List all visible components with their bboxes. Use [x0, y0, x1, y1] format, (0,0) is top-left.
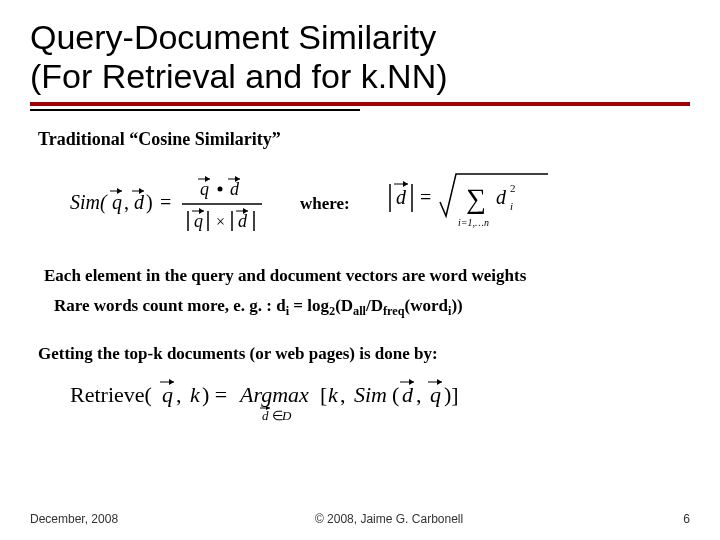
svg-text:k: k: [190, 382, 201, 407]
rule-red: [30, 102, 690, 106]
svg-text:×: ×: [216, 213, 225, 230]
line-rare-words: Rare words count more, e. g. : di = log2…: [54, 296, 690, 319]
sub-freq: freq: [383, 305, 405, 319]
title-underline: [30, 102, 690, 111]
rule-black: [30, 109, 360, 111]
svg-text:[: [: [320, 382, 327, 407]
rare-close: )): [451, 296, 462, 315]
svg-text:,: ,: [416, 382, 422, 407]
retrieve-formula-row: Retrieve( q , k ) = Argmax [ k , Sim ( d…: [70, 374, 690, 440]
slide-title: Query-Document Similarity (For Retrieval…: [30, 18, 690, 96]
norm-formula: d = ∑ i=1,…n d i 2: [384, 168, 554, 240]
svg-text:,: ,: [340, 382, 346, 407]
footer-copyright: © 2008, Jaime G. Carbonell: [118, 512, 660, 526]
svg-text:) =: ) =: [202, 382, 227, 407]
svg-text:q: q: [112, 191, 122, 214]
svg-text:i=1,…n: i=1,…n: [458, 217, 489, 228]
svg-text:d: d: [396, 186, 407, 208]
formula-row: Sim( q , d ) = q d: [70, 168, 690, 240]
svg-text:d: d: [262, 408, 269, 423]
svg-text:Retrieve(: Retrieve(: [70, 382, 152, 407]
slide-footer: December, 2008 © 2008, Jaime G. Carbonel…: [30, 512, 690, 526]
svg-text:Argmax: Argmax: [238, 382, 309, 407]
rare-prefix: Rare words count more, e. g. : d: [54, 296, 286, 315]
svg-text:)]: )]: [444, 382, 459, 407]
svg-text:q: q: [430, 382, 441, 407]
retrieve-formula: Retrieve( q , k ) = Argmax [ k , Sim ( d…: [70, 374, 490, 436]
svg-text:q: q: [162, 382, 173, 407]
svg-text:): ): [146, 191, 153, 214]
svg-text:k: k: [328, 382, 339, 407]
svg-text:q: q: [194, 211, 203, 231]
svg-text:q: q: [200, 179, 209, 199]
rare-eq: = log: [289, 296, 329, 315]
subheading-cosine: Traditional “Cosine Similarity”: [38, 129, 690, 150]
slide: Query-Document Similarity (For Retrieval…: [0, 0, 720, 540]
svg-point-14: [218, 187, 223, 192]
sim-formula: Sim( q , d ) = q d: [70, 169, 270, 239]
footer-date: December, 2008: [30, 512, 118, 526]
svg-text:(: (: [392, 382, 399, 407]
svg-text:D: D: [281, 408, 292, 423]
line-topk: Getting the top-k documents (or web page…: [38, 344, 690, 364]
svg-text:d: d: [496, 186, 507, 208]
line-elements: Each element in the query and document v…: [44, 266, 690, 286]
title-line-2: (For Retrieval and for k.NN): [30, 57, 448, 95]
title-line-1: Query-Document Similarity: [30, 18, 436, 56]
rare-slash: /D: [366, 296, 383, 315]
svg-text:Sim: Sim: [354, 382, 387, 407]
svg-text:∑: ∑: [466, 183, 486, 214]
where-label: where:: [300, 194, 360, 214]
svg-text:2: 2: [510, 182, 516, 194]
svg-text:=: =: [420, 186, 431, 208]
rare-word: (word: [405, 296, 448, 315]
svg-text:i: i: [510, 200, 513, 212]
svg-text:,: ,: [124, 191, 129, 213]
svg-text:,: ,: [176, 382, 182, 407]
svg-text:=: =: [160, 191, 171, 213]
slide-body: Traditional “Cosine Similarity” Sim( q ,…: [30, 129, 690, 439]
svg-text:Sim(: Sim(: [70, 191, 108, 214]
footer-page-number: 6: [660, 512, 690, 526]
sub-all: all: [353, 305, 366, 319]
rare-arg: (D: [335, 296, 353, 315]
svg-text:d: d: [402, 382, 414, 407]
svg-text:d: d: [134, 191, 145, 213]
